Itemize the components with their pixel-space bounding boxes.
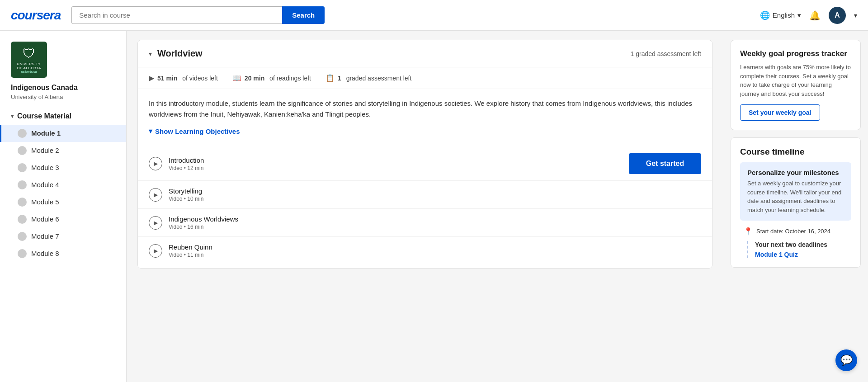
search-button[interactable]: Search [282, 6, 325, 24]
avatar-caret-icon[interactable]: ▾ [854, 12, 857, 19]
lesson-sub-0: Video • 12 min [169, 165, 204, 171]
module-label: Module 5 [31, 198, 59, 206]
module-stats: ▶51 min of videos left📖20 min of reading… [138, 67, 712, 89]
set-weekly-goal-button[interactable]: Set your weekly goal [740, 104, 820, 121]
stat-item-2: 📋1 graded assessment left [326, 74, 411, 82]
lesson-item-1: ▶ Storytelling Video • 10 min [138, 181, 712, 209]
lesson-left-1: ▶ Storytelling Video • 10 min [149, 187, 203, 202]
sidebar-module-item-8[interactable]: Module 8 [0, 245, 126, 262]
avatar[interactable]: A [829, 7, 846, 24]
module-title: Worldview [157, 48, 203, 59]
lesson-sub-1: Video • 10 min [169, 196, 203, 202]
lesson-title-1: Storytelling [169, 187, 203, 195]
course-timeline-title: Course timeline [740, 147, 851, 157]
module-dot [18, 215, 27, 224]
module-header-left: ▾ Worldview [149, 48, 203, 59]
module-label: Module 6 [31, 215, 59, 223]
module-dot [18, 198, 27, 207]
right-panel: Weekly goal progress tracker Learners wi… [723, 31, 868, 382]
shield-icon: 🛡 [23, 46, 35, 61]
module-list: Module 1Module 2Module 3Module 4Module 5… [0, 125, 126, 262]
sidebar-module-item-7[interactable]: Module 7 [0, 228, 126, 245]
pin-icon: 📍 [744, 227, 753, 236]
lesson-left-2: ▶ Indigenous Worldviews Video • 16 min [149, 215, 238, 230]
course-logo: 🛡 UNIVERSITYOF ALBERTA ualberta.ca [11, 42, 47, 78]
timeline-detail: 📍 Start date: October 16, 2024 Your next… [740, 227, 851, 258]
university-name-logo: UNIVERSITYOF ALBERTA [17, 62, 41, 70]
stat-rest-1: of readings left [268, 75, 311, 82]
course-subtitle: University of Alberta [0, 93, 126, 108]
sidebar: 🛡 UNIVERSITYOF ALBERTA ualberta.ca Indig… [0, 31, 127, 382]
stat-icon-1: 📖 [232, 74, 241, 82]
play-icon-2[interactable]: ▶ [149, 216, 162, 230]
lesson-info-2: Indigenous Worldviews Video • 16 min [169, 215, 238, 230]
start-date-label: Start date: October 16, 2024 [756, 228, 830, 235]
lesson-title-0: Introduction [169, 156, 204, 164]
lesson-left-0: ▶ Introduction Video • 12 min [149, 156, 204, 171]
get-started-button[interactable]: Get started [629, 153, 701, 174]
language-label: English [773, 11, 795, 19]
lesson-title-3: Reuben Quinn [169, 243, 212, 251]
stat-rest-2: graded assessment left [344, 75, 412, 82]
play-icon-3[interactable]: ▶ [149, 244, 162, 258]
module-label: Module 7 [31, 232, 59, 240]
module-graded-label: 1 graded assessment left [631, 50, 701, 57]
chevron-objectives-icon: ▾ [149, 127, 152, 135]
globe-icon: 🌐 [760, 10, 770, 20]
sidebar-module-item-4[interactable]: Module 4 [0, 176, 126, 193]
content-area: ▾ Worldview 1 graded assessment left ▶51… [127, 31, 723, 382]
stat-bold-0: 51 min [157, 75, 177, 82]
lesson-list: ▶ Introduction Video • 12 min Get starte… [138, 143, 712, 268]
play-icon-0[interactable]: ▶ [149, 157, 162, 170]
sidebar-module-item-6[interactable]: Module 6 [0, 211, 126, 228]
milestone-title: Personalize your milestones [747, 169, 844, 176]
module-header: ▾ Worldview 1 graded assessment left [138, 40, 712, 67]
show-objectives-link[interactable]: ▾ Show Learning Objectives [149, 127, 240, 135]
module-label: Module 8 [31, 250, 59, 257]
milestone-box: Personalize your milestones Set a weekly… [740, 162, 851, 221]
timeline-dashed-section: Your next two deadlines Module 1 Quiz [747, 241, 851, 258]
sidebar-module-item-2[interactable]: Module 2 [0, 142, 126, 159]
module-card: ▾ Worldview 1 graded assessment left ▶51… [137, 40, 712, 269]
stat-item-0: ▶51 min of videos left [149, 74, 218, 82]
lesson-item-0: ▶ Introduction Video • 12 min Get starte… [138, 147, 712, 181]
module-description: In this introductory module, students le… [138, 89, 712, 124]
milestone-desc: Set a weekly goal to customize your cour… [747, 179, 844, 214]
lesson-item-3: ▶ Reuben Quinn Video • 11 min [138, 237, 712, 264]
course-material-label: Course Material [17, 112, 71, 120]
stat-item-1: 📖20 min of readings left [232, 74, 311, 82]
next-deadlines-label: Your next two deadlines [755, 241, 851, 248]
language-selector[interactable]: 🌐 English ▾ [760, 10, 801, 20]
search-form: Search [71, 6, 325, 24]
weekly-goal-title: Weekly goal progress tracker [740, 49, 851, 58]
chevron-down-icon: ▾ [797, 11, 801, 19]
header-right: 🌐 English ▾ 🔔 A ▾ [760, 7, 857, 24]
sidebar-module-item-1[interactable]: Module 1 [0, 125, 126, 142]
header: coursera Search 🌐 English ▾ 🔔 A ▾ [0, 0, 868, 31]
university-link-logo: ualberta.ca [21, 70, 37, 73]
module-label: Module 3 [31, 164, 59, 171]
chat-bubble[interactable]: 💬 [835, 349, 857, 371]
lesson-item-2: ▶ Indigenous Worldviews Video • 16 min [138, 209, 712, 237]
module-collapse-icon[interactable]: ▾ [149, 50, 152, 57]
course-material-toggle[interactable]: ▾ Course Material [0, 108, 126, 125]
stat-rest-0: of videos left [180, 75, 218, 82]
stat-bold-2: 1 [338, 75, 341, 82]
module-dot [18, 180, 27, 189]
weekly-goal-widget: Weekly goal progress tracker Learners wi… [731, 40, 861, 130]
lesson-info-1: Storytelling Video • 10 min [169, 187, 203, 202]
lesson-title-2: Indigenous Worldviews [169, 215, 238, 223]
course-timeline-widget: Course timeline Personalize your milesto… [731, 137, 861, 268]
notification-icon[interactable]: 🔔 [809, 10, 821, 21]
module-dot [18, 249, 27, 258]
module-quiz-link[interactable]: Module 1 Quiz [755, 251, 798, 258]
toggle-caret-icon: ▾ [11, 113, 14, 119]
sidebar-module-item-3[interactable]: Module 3 [0, 159, 126, 176]
search-input[interactable] [71, 6, 282, 24]
sidebar-module-item-5[interactable]: Module 5 [0, 193, 126, 211]
play-icon-1[interactable]: ▶ [149, 188, 162, 202]
module-label: Module 4 [31, 181, 59, 189]
main-layout: 🛡 UNIVERSITYOF ALBERTA ualberta.ca Indig… [0, 31, 868, 382]
lesson-left-3: ▶ Reuben Quinn Video • 11 min [149, 243, 212, 258]
coursera-logo[interactable]: coursera [11, 8, 61, 23]
